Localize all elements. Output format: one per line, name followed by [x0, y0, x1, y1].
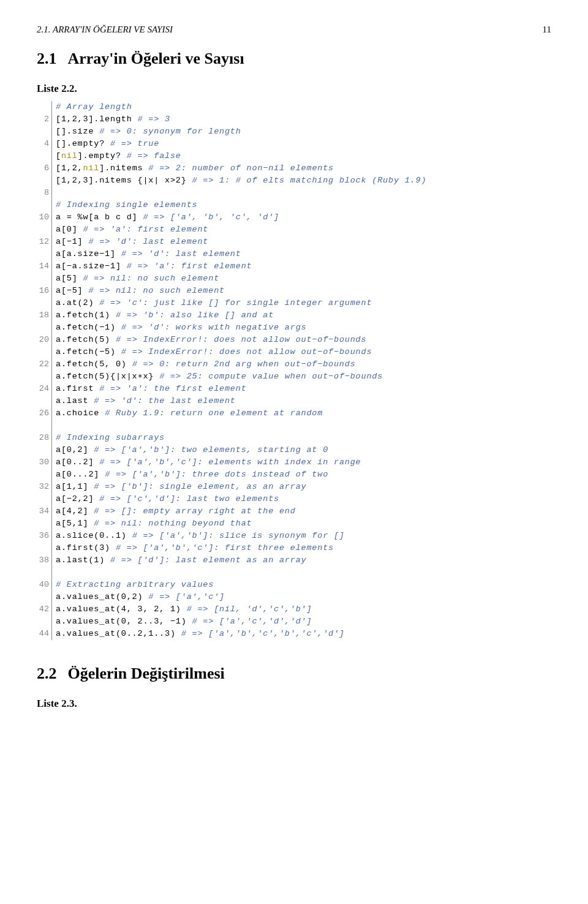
- code-comment: # Ruby 1.9: return one element at random: [105, 409, 323, 418]
- code-comment: # => []: empty array right at the end: [94, 507, 295, 516]
- code-comment: # => ['a','b']: two elements, starting a…: [94, 445, 328, 454]
- code-comment: # => 2: number of non−nil elements: [148, 164, 334, 173]
- code-line: a.fetch(5){|x|x∗x}: [56, 372, 159, 381]
- code-line: a.last: [56, 396, 94, 405]
- code-comment: # => ['a','b']: three dots instead of tw…: [105, 470, 328, 479]
- code-content: # Array length [1,2,3].length # => 3 [].…: [52, 101, 426, 640]
- code-line: a.values_at(0,2): [56, 592, 148, 601]
- code-line: a.values_at(0..2,1..3): [56, 629, 181, 638]
- code-line: a.fetch(5): [56, 335, 116, 344]
- code-line: ].nitems: [99, 164, 148, 173]
- code-line: a.fetch(−5): [56, 347, 121, 356]
- code-line: a.first(3): [56, 543, 116, 552]
- running-header: 2.1. ARRAY'IN ÖĞELERI VE SAYISI 11: [37, 24, 551, 35]
- code-line: a.first: [56, 384, 99, 393]
- code-line: a[0,2]: [56, 445, 94, 454]
- code-comment: # => nil: nothing beyond that: [94, 519, 252, 528]
- code-line: a[0]: [56, 225, 83, 234]
- section-2-2-heading: 2.2Öğelerin Değiştirilmesi: [37, 665, 551, 683]
- code-line: [: [56, 151, 61, 160]
- code-comment: # Indexing single elements: [56, 200, 197, 209]
- code-line: a.choice: [56, 409, 105, 418]
- code-comment: # => nil: no such element: [83, 274, 220, 283]
- code-comment: # => 'd': the last element: [94, 396, 235, 405]
- code-comment: # => 'c': just like [] for single intege…: [99, 298, 372, 307]
- code-listing-2-2: 2 4 6 8 10 12 14 16 18 20 22 24 26 28 30…: [37, 101, 551, 640]
- code-comment: # => ['b']: single element, as an array: [94, 482, 306, 491]
- code-comment: # => 'b': also like [] and at: [116, 311, 274, 320]
- code-line: a.fetch(−1): [56, 323, 121, 332]
- section-number: 2.1: [37, 50, 57, 67]
- code-comment: # => false: [127, 151, 181, 160]
- code-line: a[a.size−1]: [56, 249, 121, 258]
- code-line: a.fetch(1): [56, 311, 116, 320]
- code-comment: # => 'a': first element: [83, 225, 209, 234]
- code-line: [].empty?: [56, 139, 110, 148]
- line-number-gutter: 2 4 6 8 10 12 14 16 18 20 22 24 26 28 30…: [37, 101, 52, 640]
- code-line: a[1,1]: [56, 482, 94, 491]
- section-title: Array'in Öğeleri ve Sayısı: [68, 50, 244, 67]
- listing-2-2-label: Liste 2.2.: [37, 83, 551, 95]
- section-number: 2.2: [37, 665, 57, 682]
- code-comment: # => IndexError!: does not allow out−of−…: [121, 347, 372, 356]
- code-comment: # => ['a','c','d','d']: [192, 617, 312, 626]
- code-comment: # => [nil, 'd','c','b']: [187, 605, 312, 614]
- keyword-nil: nil: [61, 151, 78, 160]
- code-line: a[−a.size−1]: [56, 262, 127, 271]
- code-comment: # => ['a','c']: [148, 592, 225, 601]
- code-line: a[4,2]: [56, 507, 94, 516]
- section-2-1-heading: 2.1Array'in Öğeleri ve Sayısı: [37, 50, 551, 68]
- code-comment: # => ['a','b','c']: elements with index …: [99, 458, 361, 467]
- code-line: [1,2,3].length: [56, 115, 138, 124]
- code-line: ].empty?: [78, 151, 127, 160]
- code-comment: # => ['d']: last element as an array: [110, 556, 306, 565]
- code-comment: # => 'a': the first element: [99, 384, 246, 393]
- code-comment: # => 1: # of elts matching block (Ruby 1…: [192, 176, 427, 185]
- code-line: a[−1]: [56, 237, 88, 246]
- code-line: # Array length: [56, 102, 132, 111]
- code-line: a.values_at(0, 2..3, −1): [56, 617, 192, 626]
- code-comment: # Indexing subarrays: [56, 433, 165, 442]
- code-line: a.slice(0..1): [56, 531, 132, 540]
- page-number: 11: [543, 24, 551, 35]
- code-comment: # => 0: return 2nd arg when out−of−bound…: [132, 360, 356, 369]
- code-line: a.at(2): [56, 298, 99, 307]
- section-title: Öğelerin Değiştirilmesi: [68, 665, 225, 682]
- code-line: a[0..2]: [56, 458, 99, 467]
- code-comment: # => ['a','b','c','b','c','d']: [181, 629, 345, 638]
- code-line: a[5,1]: [56, 519, 94, 528]
- code-comment: # Extracting arbitrary values: [56, 580, 214, 589]
- code-line: [1,2,3].nitems {|x| x>2}: [56, 176, 192, 185]
- code-comment: # => 25: compute value when out−of−bound…: [159, 372, 383, 381]
- code-comment: # => 'd': last element: [88, 237, 208, 246]
- code-comment: # => IndexError!: does not allow out−of−…: [116, 335, 366, 344]
- code-comment: # => ['c','d']: last two elements: [99, 494, 279, 503]
- code-line: a[−5]: [56, 286, 88, 295]
- code-line: a = %w[a b c d]: [56, 213, 143, 222]
- code-line: a[0...2]: [56, 470, 105, 479]
- code-line: a.last(1): [56, 556, 110, 565]
- code-comment: # => ['a', 'b', 'c', 'd']: [143, 213, 279, 222]
- code-comment: # => true: [110, 139, 159, 148]
- code-comment: # => 0: synonym for length: [99, 127, 241, 136]
- code-line: [].size: [56, 127, 99, 136]
- code-comment: # => 'd': works with negative args: [121, 323, 307, 332]
- code-line: a.values_at(4, 3, 2, 1): [56, 605, 187, 614]
- code-comment: # => ['a','b','c']: first three elements: [116, 543, 334, 552]
- code-comment: # => 3: [138, 115, 170, 124]
- code-line: a[5]: [56, 274, 83, 283]
- keyword-nil: nil: [83, 164, 100, 173]
- code-line: a.fetch(5, 0): [56, 360, 132, 369]
- header-left: 2.1. ARRAY'IN ÖĞELERI VE SAYISI: [37, 24, 173, 35]
- code-line: a[−2,2]: [56, 494, 99, 503]
- listing-2-3-label: Liste 2.3.: [37, 698, 551, 710]
- code-comment: # => 'd': last element: [121, 249, 241, 258]
- code-comment: # => ['a','b']: slice is synonym for []: [132, 531, 345, 540]
- code-comment: # => 'a': first element: [127, 262, 252, 271]
- code-comment: # => nil: no such element: [88, 286, 225, 295]
- code-line: [1,2,: [56, 164, 83, 173]
